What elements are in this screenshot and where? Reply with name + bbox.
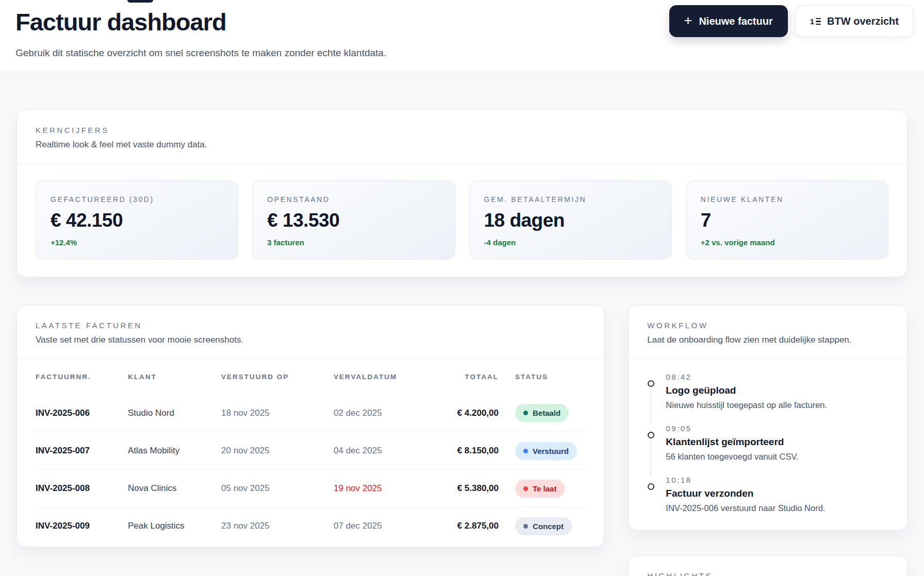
column-header-status: STATUS (499, 373, 585, 381)
invoice-total: € 4.200,00 (416, 408, 499, 418)
stat-delta: 3 facturen (267, 238, 440, 247)
stat-delta: -4 dagen (484, 238, 657, 247)
invoice-sent-date: 18 nov 2025 (221, 408, 334, 418)
step-title: Logo geüpload (666, 385, 827, 396)
status-badge-te-laat: Te laat (515, 480, 565, 498)
btw-overview-button[interactable]: 1 BTW overzicht (795, 5, 914, 37)
invoice-sent-date: 20 nov 2025 (221, 446, 334, 456)
column-header-vervaldatum: VERVALDATUM (334, 373, 416, 381)
workflow-section-header: WORKFLOW Laat de onboarding flow zien me… (629, 306, 907, 359)
stat-label: NIEUWE KLANTEN (701, 195, 873, 204)
page-title: Factuur dashboard (15, 8, 386, 36)
step-description: 56 klanten toegevoegd vanuit CSV. (666, 452, 798, 462)
column-header-totaal: TOTAAL (416, 373, 499, 381)
kpi-cards: GEFACTUREERD (30D) € 42.150 +12.4% OPENS… (17, 164, 907, 277)
status-dot (523, 449, 528, 453)
invoice-sent-date: 05 nov 2025 (221, 483, 334, 494)
invoice-total: € 2.875,00 (416, 521, 499, 531)
table-row[interactable]: INV-2025-008 Nova Clinics 05 nov 2025 19… (36, 469, 585, 507)
status-badge-verstuurd: Verstuurd (515, 442, 577, 460)
highlights-section-label: HIGHLIGHTS (647, 571, 888, 576)
timeline-connector (650, 442, 651, 476)
invoice-number: INV-2025-007 (36, 446, 128, 456)
invoice-sent-date: 23 nov 2025 (221, 521, 334, 531)
workflow-section-label: WORKFLOW (647, 321, 888, 330)
status-dot (523, 524, 528, 529)
step-time: 10:18 (666, 476, 825, 484)
invoice-client: Peak Logistics (128, 521, 221, 531)
page-header: Factuur dashboard Gebruik dit statische … (0, 0, 924, 72)
page-subtitle: Gebruik dit statische overzicht om snel … (15, 47, 386, 59)
workflow-section: WORKFLOW Laat de onboarding flow zien me… (628, 305, 908, 531)
stat-delta: +12.4% (51, 238, 223, 247)
kpi-section-label: KERNCIJFERS (36, 126, 888, 134)
workflow-step: 08:42 Logo geüpload Nieuwe huisstijl toe… (647, 372, 888, 424)
step-time: 09:05 (666, 424, 798, 433)
invoices-table: FACTUURNR. KLANT VERSTUURD OP VERVALDATU… (17, 359, 604, 547)
stat-label: GEFACTUREERD (30D) (51, 195, 223, 204)
table-header-row: FACTUURNR. KLANT VERSTUURD OP VERVALDATU… (36, 359, 585, 394)
highlights-section: HIGHLIGHTS (628, 555, 908, 576)
status-dot (523, 411, 528, 415)
step-description: INV-2025-006 verstuurd naar Studio Nord. (666, 503, 825, 513)
workflow-section-subtitle: Laat de onboarding flow zien met duideli… (647, 335, 888, 345)
invoice-client: Nova Clinics (128, 483, 221, 494)
new-invoice-button[interactable]: + Nieuwe factuur (669, 5, 788, 37)
stat-card-gefactureerd: GEFACTUREERD (30D) € 42.150 +12.4% (36, 180, 238, 260)
list-ordered-icon: 1 (810, 18, 821, 25)
clipped-toolbar-fragment (127, 0, 153, 3)
stat-card-nieuwe-klanten: NIEUWE KLANTEN 7 +2 vs. vorige maand (686, 180, 888, 260)
invoice-due-date: 04 dec 2025 (334, 446, 416, 456)
workflow-step: 09:05 Klantenlijst geïmporteerd 56 klant… (647, 424, 888, 476)
stat-value: € 42.150 (51, 210, 223, 231)
latest-invoices-section: LAATSTE FACTUREN Vaste set met drie stat… (16, 305, 604, 547)
stat-delta: +2 vs. vorige maand (701, 238, 873, 247)
timeline-circle-icon (648, 483, 654, 490)
btw-overview-button-label: BTW overzicht (827, 15, 899, 27)
page-content: KERNCIJFERS Realtime look & feel met vas… (0, 72, 924, 576)
plus-icon: + (684, 14, 692, 28)
invoice-due-date-overdue: 19 nov 2025 (334, 483, 416, 494)
stat-label: OPENSTAAND (267, 195, 440, 204)
invoice-total: € 8.150,00 (416, 446, 499, 456)
invoice-client: Atlas Mobility (128, 446, 221, 456)
step-title: Factuur verzonden (666, 488, 825, 499)
page-header-text: Factuur dashboard Gebruik dit statische … (15, 5, 386, 59)
timeline-circle-icon (648, 432, 654, 438)
invoices-section-header: LAATSTE FACTUREN Vaste set met drie stat… (17, 306, 604, 359)
kpi-section-subtitle: Realtime look & feel met vaste dummy dat… (36, 140, 888, 150)
status-badge-betaald: Betaald (515, 404, 569, 422)
step-description: Nieuwe huisstijl toegepast op alle factu… (666, 400, 827, 410)
new-invoice-button-label: Nieuwe factuur (699, 15, 772, 27)
workflow-step: 10:18 Factuur verzonden INV-2025-006 ver… (647, 476, 888, 527)
invoice-number: INV-2025-009 (36, 521, 128, 531)
stat-value: € 13.530 (267, 210, 440, 231)
timeline-circle-icon (648, 380, 654, 387)
invoice-total: € 5.380,00 (416, 483, 499, 494)
kpi-section-header: KERNCIJFERS Realtime look & feel met vas… (17, 110, 907, 164)
stat-card-betaaltermijn: GEM. BETAALTERMIJN 18 dagen -4 dagen (469, 180, 672, 260)
right-column: WORKFLOW Laat de onboarding flow zien me… (628, 305, 908, 576)
invoices-section-label: LAATSTE FACTUREN (36, 321, 585, 330)
stat-card-openstaand: OPENSTAAND € 13.530 3 facturen (252, 180, 455, 260)
table-row[interactable]: INV-2025-009 Peak Logistics 23 nov 2025 … (36, 507, 585, 545)
header-actions: + Nieuwe factuur 1 BTW overzicht (669, 5, 914, 37)
invoice-number: INV-2025-006 (36, 408, 128, 418)
stat-value: 7 (701, 210, 873, 231)
step-time: 08:42 (666, 372, 827, 381)
invoice-due-date: 02 dec 2025 (334, 408, 416, 418)
column-header-klant: KLANT (128, 373, 221, 381)
column-header-verstuurd-op: VERSTUURD OP (221, 373, 334, 381)
workflow-timeline: 08:42 Logo geüpload Nieuwe huisstijl toe… (629, 359, 907, 530)
column-header-factuurnr: FACTUURNR. (36, 373, 128, 381)
invoice-client: Studio Nord (128, 408, 221, 418)
stat-label: GEM. BETAALTERMIJN (484, 195, 657, 204)
status-dot (523, 486, 528, 491)
stat-value: 18 dagen (484, 210, 657, 231)
table-row[interactable]: INV-2025-007 Atlas Mobility 20 nov 2025 … (36, 432, 585, 469)
status-badge-concept: Concept (515, 517, 572, 535)
step-title: Klantenlijst geïmporteerd (666, 436, 798, 448)
invoice-number: INV-2025-008 (36, 483, 128, 494)
table-row[interactable]: INV-2025-006 Studio Nord 18 nov 2025 02 … (36, 394, 585, 432)
timeline-connector (650, 390, 651, 424)
